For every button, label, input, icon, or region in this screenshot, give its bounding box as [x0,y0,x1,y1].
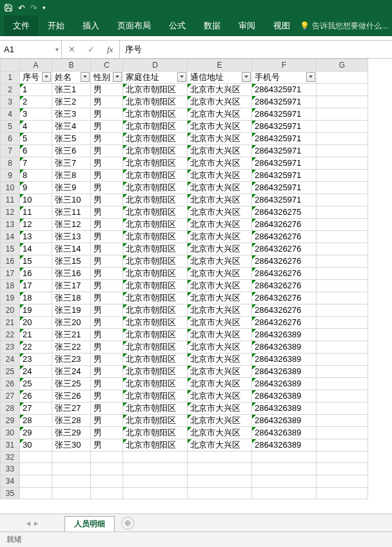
cell-A24[interactable]: 23 [20,353,52,365]
cancel-icon[interactable]: ✕ [68,45,75,54]
col-header-A[interactable]: A [20,59,52,72]
row-header-11[interactable]: 11 [1,194,20,206]
row-header-23[interactable]: 23 [1,341,20,353]
cell-G24[interactable] [317,353,368,365]
header-cell-4[interactable]: 通信地址 [188,71,252,83]
cell-F32[interactable] [252,451,317,463]
row-header-32[interactable]: 32 [1,451,20,463]
row-header-29[interactable]: 29 [1,414,20,426]
cell-B29[interactable]: 张三28 [52,414,91,426]
cell-G9[interactable] [317,169,368,181]
cell-F29[interactable]: 2864326389 [252,414,317,426]
cell-F23[interactable]: 2864326389 [252,341,317,353]
cell-B13[interactable]: 张三12 [52,218,91,230]
cell-A29[interactable]: 28 [20,414,52,426]
sheet-tab-active[interactable]: 人员明细 [64,516,115,532]
tab-0[interactable]: 开始 [39,15,74,36]
cell-D26[interactable]: 北京市朝阳区 [123,377,188,390]
cell-E22[interactable]: 北京市大兴区 [188,328,252,341]
tab-2[interactable]: 页面布局 [108,15,160,36]
cell-C7[interactable]: 男 [91,144,123,157]
col-header-E[interactable]: E [188,59,252,72]
cell-A8[interactable]: 7 [20,157,52,169]
cell-D11[interactable]: 北京市朝阳区 [123,194,188,206]
cell-D10[interactable]: 北京市朝阳区 [123,181,188,194]
tab-3[interactable]: 公式 [160,15,195,36]
cell-E14[interactable]: 北京市大兴区 [188,230,252,243]
cell-A14[interactable]: 13 [20,230,52,243]
row-header-17[interactable]: 17 [1,267,20,279]
cell-C12[interactable]: 男 [91,206,123,218]
cell-C31[interactable]: 男 [91,439,123,451]
cell-B6[interactable]: 张三5 [52,132,91,144]
cell-G21[interactable] [317,316,368,328]
cell-D17[interactable]: 北京市朝阳区 [123,267,188,279]
cell-C18[interactable]: 男 [91,279,123,292]
cell-A17[interactable]: 16 [20,267,52,279]
cell-G30[interactable] [317,426,368,439]
cell-A7[interactable]: 6 [20,144,52,157]
cell-B9[interactable]: 张三8 [52,169,91,181]
undo-icon[interactable]: ↶ [18,3,25,13]
cell-F2[interactable]: 2864325971 [252,83,317,95]
cell-D13[interactable]: 北京市朝阳区 [123,218,188,230]
cell-F5[interactable]: 2864325971 [252,120,317,132]
cell-C35[interactable] [91,487,123,499]
cell-A2[interactable]: 1 [20,83,52,95]
cell-C13[interactable]: 男 [91,218,123,230]
cell-G35[interactable] [317,487,368,499]
cell-A21[interactable]: 20 [20,316,52,328]
cell-G6[interactable] [317,132,368,144]
tab-5[interactable]: 审阅 [230,15,264,36]
cell-B33[interactable] [52,463,91,475]
cell-D18[interactable]: 北京市朝阳区 [123,279,188,292]
cell-G1[interactable] [317,71,368,83]
cell-D27[interactable]: 北京市朝阳区 [123,390,188,402]
cell-E27[interactable]: 北京市大兴区 [188,390,252,402]
cell-G2[interactable] [317,83,368,95]
cell-A31[interactable]: 30 [20,439,52,451]
cell-F19[interactable]: 2864326276 [252,292,317,304]
cell-G4[interactable] [317,108,368,120]
cell-B35[interactable] [52,487,91,499]
cell-C2[interactable]: 男 [91,83,123,95]
cell-C21[interactable]: 男 [91,316,123,328]
cell-D15[interactable]: 北京市朝阳区 [123,243,188,255]
cell-F8[interactable]: 2864325971 [252,157,317,169]
cell-F14[interactable]: 2864326276 [252,230,317,243]
cell-E2[interactable]: 北京市大兴区 [188,83,252,95]
cell-D9[interactable]: 北京市朝阳区 [123,169,188,181]
cell-B15[interactable]: 张三14 [52,243,91,255]
fx-icon[interactable]: fx [107,45,113,55]
cell-D34[interactable] [123,475,188,488]
qat-customize-icon[interactable]: ▾ [43,5,46,11]
cell-E21[interactable]: 北京市大兴区 [188,316,252,328]
cell-C9[interactable]: 男 [91,169,123,181]
cell-F30[interactable]: 2864326389 [252,426,317,439]
cell-C16[interactable]: 男 [91,255,123,267]
cell-G15[interactable] [317,243,368,255]
filter-button-3[interactable] [177,72,186,82]
cell-E7[interactable]: 北京市大兴区 [188,144,252,157]
cell-B25[interactable]: 张三24 [52,365,91,377]
cell-E13[interactable]: 北京市大兴区 [188,218,252,230]
select-all-corner[interactable] [1,59,20,72]
cell-C29[interactable]: 男 [91,414,123,426]
cell-G31[interactable] [317,439,368,451]
filter-button-0[interactable] [42,72,51,82]
cell-C24[interactable]: 男 [91,353,123,365]
cell-F26[interactable]: 2864326389 [252,377,317,390]
cell-C19[interactable]: 男 [91,292,123,304]
cell-G3[interactable] [317,95,368,108]
row-header-7[interactable]: 7 [1,144,20,157]
cell-E29[interactable]: 北京市大兴区 [188,414,252,426]
tell-me-search[interactable]: 💡 告诉我您想要做什么... [300,21,388,32]
cell-E9[interactable]: 北京市大兴区 [188,169,252,181]
row-header-9[interactable]: 9 [1,169,20,181]
cell-D31[interactable]: 北京市朝阳区 [123,439,188,451]
cell-D23[interactable]: 北京市朝阳区 [123,341,188,353]
formula-input[interactable] [120,41,392,58]
cell-E25[interactable]: 北京市大兴区 [188,365,252,377]
cell-E6[interactable]: 北京市大兴区 [188,132,252,144]
col-header-B[interactable]: B [52,59,91,72]
